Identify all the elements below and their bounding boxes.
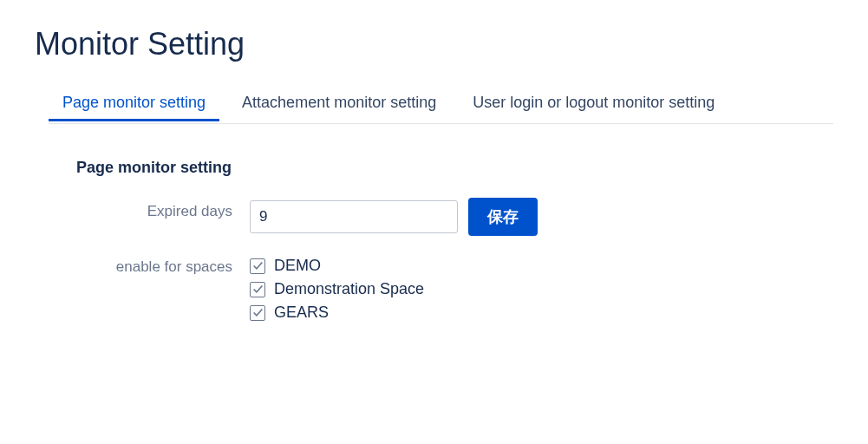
checkbox-icon[interactable] bbox=[250, 282, 265, 297]
checkbox-icon[interactable] bbox=[250, 258, 265, 274]
page-title: Monitor Setting bbox=[35, 26, 833, 62]
tab-page-monitor[interactable]: Page monitor setting bbox=[49, 87, 219, 123]
space-label: Demonstration Space bbox=[274, 280, 424, 298]
checkmark-icon bbox=[252, 284, 264, 295]
expired-days-row: Expired days 保存 bbox=[76, 198, 833, 236]
expired-days-label: Expired days bbox=[76, 198, 250, 220]
enable-spaces-label: enable for spaces bbox=[76, 257, 250, 276]
checkbox-icon[interactable] bbox=[250, 305, 265, 321]
section-heading: Page monitor setting bbox=[76, 159, 833, 177]
space-item-gears[interactable]: GEARS bbox=[250, 304, 424, 322]
expired-days-controls: 保存 bbox=[250, 198, 538, 236]
checkmark-icon bbox=[252, 260, 264, 271]
tabs: Page monitor setting Attachement monitor… bbox=[49, 87, 833, 124]
save-button[interactable]: 保存 bbox=[468, 198, 538, 236]
page-monitor-section: Page monitor setting Expired days 保存 ena… bbox=[35, 159, 833, 322]
space-label: GEARS bbox=[274, 304, 329, 322]
checkmark-icon bbox=[252, 307, 264, 318]
spaces-checkbox-list: DEMO Demonstration Space GEARS bbox=[250, 257, 424, 322]
tab-user-login-monitor[interactable]: User login or logout monitor setting bbox=[459, 87, 728, 123]
space-item-demonstration[interactable]: Demonstration Space bbox=[250, 280, 424, 298]
expired-days-input[interactable] bbox=[250, 200, 458, 233]
space-item-demo[interactable]: DEMO bbox=[250, 257, 424, 275]
enable-spaces-row: enable for spaces DEMO Demonstration Spa… bbox=[76, 257, 833, 322]
space-label: DEMO bbox=[274, 257, 321, 275]
tab-attachment-monitor[interactable]: Attachement monitor setting bbox=[228, 87, 450, 123]
